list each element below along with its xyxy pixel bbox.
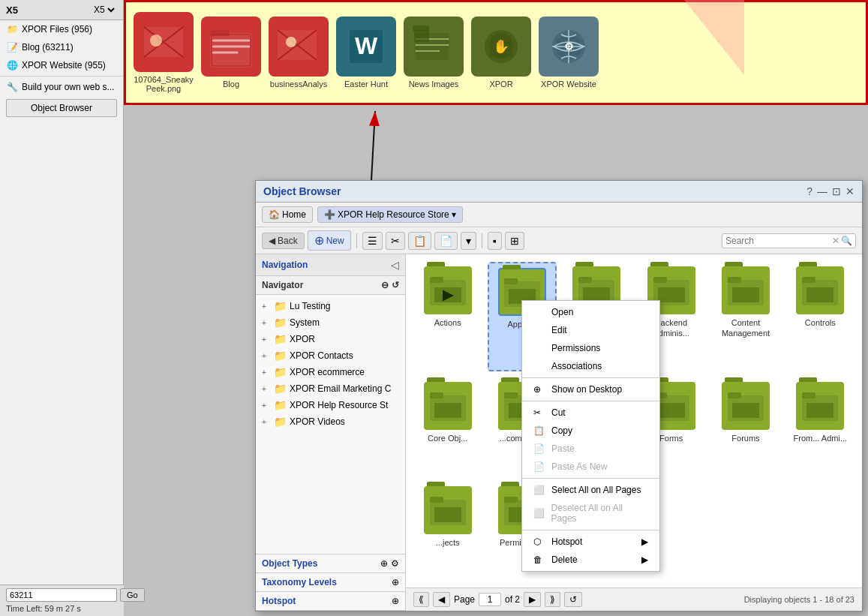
ctx-open[interactable]: Open — [522, 303, 659, 321]
thumb-icon-2 — [269, 17, 329, 77]
ctx-edit[interactable]: Edit — [522, 321, 659, 339]
grid-item-core[interactable]: Core Obj... — [413, 377, 482, 476]
ctx-copy[interactable]: 📋 Copy — [522, 422, 659, 440]
refresh-button[interactable]: ↺ — [564, 592, 582, 607]
grid-item-from-admi[interactable]: From... Admi... — [786, 377, 854, 476]
ctx-paste: 📄 Paste — [522, 440, 659, 458]
ctx-select-all[interactable]: ⬜ Select All on All Pages — [522, 481, 659, 499]
search-input[interactable] — [725, 236, 830, 246]
go-button[interactable]: Go — [120, 588, 145, 602]
ctx-open-label: Open — [551, 307, 573, 317]
thumb-item-0[interactable]: 107064_SneakyPeek.png — [134, 12, 194, 93]
object-types-section[interactable]: Object Types ⊕ ⚙ — [256, 554, 405, 573]
thumb-label-6: XPOR Website — [541, 80, 596, 89]
svg-rect-37 — [504, 278, 518, 284]
app-dropdown[interactable]: X5 — [91, 4, 117, 16]
sidebar-item-blog[interactable]: 📝 Blog (63211) — [0, 38, 123, 56]
first-page-button[interactable]: ⟪ — [413, 592, 429, 607]
id-input[interactable] — [6, 588, 117, 602]
thumb-item-5[interactable]: ✋ XPOR — [471, 17, 531, 89]
close-icon[interactable]: ✕ — [845, 185, 854, 197]
nav-tree-item-xpor[interactable]: + 📁 XPOR — [256, 331, 405, 347]
ctx-copy-icon: 📋 — [533, 425, 545, 436]
object-browser-button[interactable]: Object Browser — [6, 99, 117, 117]
sidebar-item-xpor-website[interactable]: 🌐 XPOR Website (955) — [0, 56, 123, 74]
ctx-permissions[interactable]: Permissions — [522, 339, 659, 357]
hotspot-label: Hotspot — [262, 596, 296, 606]
back-button[interactable]: ◀ Back — [262, 233, 305, 249]
thumb-item-4[interactable]: News Images — [404, 17, 464, 89]
list-view-button[interactable]: ☰ — [362, 232, 383, 250]
paste-button[interactable]: 📄 — [434, 232, 458, 250]
grid-item-forums[interactable]: Forums — [711, 377, 779, 476]
copy-button[interactable]: 📋 — [408, 232, 431, 250]
sidebar-item-xpor-files[interactable]: 📁 XPOR Files (956) — [0, 20, 123, 38]
thumb-item-1[interactable]: Blog — [201, 17, 261, 89]
thumb-item-2[interactable]: businessAnalys — [269, 17, 329, 89]
hotspot-section[interactable]: Hotspot ⊕ — [256, 592, 405, 611]
sidebar-item-build[interactable]: 🔧 Build your own web s... — [0, 78, 123, 96]
thumb-item-3[interactable]: W Easter Hunt — [336, 17, 396, 89]
svg-rect-55 — [728, 392, 741, 398]
nav-refresh-icon[interactable]: ↺ — [392, 280, 399, 290]
grid-item-controls[interactable]: Controls — [786, 262, 854, 371]
cut-button[interactable]: ✂ — [386, 232, 405, 250]
nav-tree-item-system[interactable]: + 📁 System — [256, 314, 405, 331]
hotspot-add-icon[interactable]: ⊕ — [392, 596, 399, 606]
minimize-icon[interactable]: — — [817, 185, 827, 197]
taxonomy-levels-section[interactable]: Taxonomy Levels ⊕ — [256, 573, 405, 592]
search-clear-icon[interactable]: ✕ — [832, 236, 839, 246]
new-button[interactable]: ⊕ New — [308, 230, 351, 251]
nav-tree-item-xpor-ecommerce[interactable]: + 📁 XPOR ecommerce — [256, 364, 405, 380]
bottom-input-row: Go — [6, 588, 118, 602]
restore-icon[interactable]: ⊡ — [832, 185, 841, 197]
nav-tree-item-xpor-email[interactable]: + 📁 XPOR Email Marketing C — [256, 380, 405, 397]
sidebar-item-label: XPOR Website (955) — [22, 60, 106, 71]
ctx-show-desktop[interactable]: ⊕ Show on Desktop — [522, 380, 659, 398]
nav-item-label: System — [290, 317, 320, 328]
taxonomy-add-icon[interactable]: ⊕ — [392, 577, 399, 587]
xpor-breadcrumb[interactable]: ➕ XPOR Help Resource Store ▾ — [317, 206, 463, 223]
ctx-cut[interactable]: ✂ Cut — [522, 404, 659, 422]
nav-minus-icon[interactable]: ⊖ — [381, 280, 389, 290]
sidebar-title: X5 X5 — [0, 0, 123, 20]
page-input[interactable] — [479, 593, 501, 606]
ctx-delete-arrow: ▶ — [641, 554, 648, 565]
pagination-bar: ⟪ ◀ Page of 2 ▶ ⟫ ↺ Displaying objects 1… — [406, 587, 862, 611]
search-icon[interactable]: 🔍 — [841, 236, 852, 246]
thumb-label-0: 107064_SneakyPeek.png — [134, 75, 194, 93]
nav-tree-item-xpor-help[interactable]: + 📁 XPOR Help Resource St — [256, 397, 405, 413]
object-types-label: Object Types — [262, 558, 317, 569]
grid-item-content-mgmt[interactable]: Content Management — [711, 262, 779, 371]
ctx-delete[interactable]: 🗑 Delete ▶ — [522, 551, 659, 569]
ctx-associations[interactable]: Associations — [522, 357, 659, 375]
sidebar-item-label: Build your own web s... — [22, 82, 114, 92]
object-types-add-icon[interactable]: ⊕ — [380, 558, 388, 569]
nav-tree-item-lu-testing[interactable]: + 📁 Lu Testing — [256, 298, 405, 314]
home-breadcrumb[interactable]: 🏠 Home — [262, 206, 313, 223]
help-icon[interactable]: ? — [806, 185, 812, 197]
more-button[interactable]: ▾ — [461, 232, 476, 250]
svg-rect-45 — [802, 277, 815, 283]
prev-page-button[interactable]: ◀ — [433, 592, 450, 607]
thumb-item-6[interactable]: ⚙ XPOR Website — [539, 17, 599, 89]
ctx-hotspot-arrow: ▶ — [641, 536, 648, 547]
panel-header: Object Browser ? — ⊡ ✕ — [256, 181, 862, 203]
nav-collapse-button[interactable]: ◁ — [391, 259, 399, 271]
grid-item-actions[interactable]: ▶ Actions — [413, 262, 482, 371]
nav-tree-item-xpor-contacts[interactable]: + 📁 XPOR Contacts — [256, 347, 405, 364]
page-of-label: of 2 — [505, 594, 520, 605]
folder-icon-content — [722, 266, 770, 314]
last-page-button[interactable]: ⟫ — [545, 592, 560, 607]
grid-view-button[interactable]: ▪ — [488, 232, 502, 250]
folder-icon: 📁 — [274, 416, 287, 428]
grid-item-jects[interactable]: ...jects — [413, 482, 482, 580]
table-view-button[interactable]: ⊞ — [505, 232, 524, 250]
nav-tree-item-xpor-videos[interactable]: + 📁 XPOR Videos — [256, 413, 405, 430]
object-types-more-icon[interactable]: ⚙ — [391, 558, 399, 569]
svg-text:⚙: ⚙ — [564, 41, 574, 53]
next-page-button[interactable]: ▶ — [524, 592, 541, 607]
ctx-hotspot[interactable]: ⬡ Hotspot ▶ — [522, 533, 659, 551]
ctx-deselect-icon: ⬜ — [533, 508, 545, 518]
expander-icon: + — [262, 302, 271, 311]
